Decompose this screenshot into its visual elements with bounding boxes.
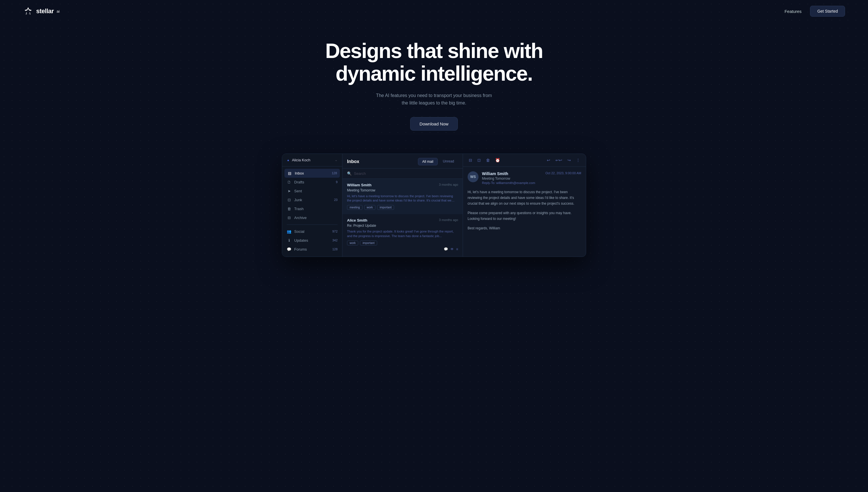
sidebar-label-archive: Archive bbox=[294, 216, 306, 220]
toolbar-left: ⊟ ⊡ 🗑 ⏰ bbox=[468, 157, 501, 164]
detail-body-p2: Please come prepared with any questions … bbox=[468, 210, 581, 222]
mail-preview-0: Hi, let's have a meeting tomorrow to dis… bbox=[347, 194, 458, 203]
updates-icon: ℹ bbox=[287, 238, 291, 243]
detail-content: WS William Smith Meeting Tomorrow Reply-… bbox=[463, 167, 586, 256]
sidebar-item-trash[interactable]: 🗑 Trash bbox=[282, 204, 342, 213]
mail-time-1: 3 months ago bbox=[439, 218, 458, 222]
avatar: WS bbox=[468, 171, 478, 182]
sent-icon: ➤ bbox=[287, 189, 291, 193]
hero-title-line1: Designs that shine with bbox=[325, 39, 543, 62]
mail-panel-title: Inbox bbox=[347, 159, 359, 164]
tag-meeting: meeting bbox=[347, 205, 363, 210]
sidebar-user[interactable]: ▲ Alicia Koch bbox=[287, 158, 310, 162]
drafts-icon: 🗋 bbox=[287, 180, 291, 184]
mail-tags-1: work important bbox=[347, 241, 458, 245]
sidebar-label-forums: Forums bbox=[294, 247, 307, 251]
mail-tags-0: meeting work important bbox=[347, 205, 458, 210]
search-icon: 🔍 bbox=[347, 171, 352, 176]
more-button[interactable]: ⋮ bbox=[575, 157, 581, 164]
logo-text: stellar bbox=[36, 7, 54, 15]
mail-sender-0: William Smith bbox=[347, 183, 371, 187]
tag-work: work bbox=[364, 205, 375, 210]
sidebar-label-sent: Sent bbox=[294, 189, 302, 193]
archive-icon: ⊟ bbox=[287, 216, 291, 220]
archive-button[interactable]: ⊟ bbox=[468, 157, 473, 164]
mail-item-0[interactable]: William Smith 3 months ago Meeting Tomor… bbox=[342, 179, 463, 215]
sidebar-item-sent[interactable]: ➤ Sent bbox=[282, 187, 342, 195]
detail-subject: Meeting Tomorrow bbox=[482, 176, 542, 180]
navbar: stellarai Features Get Started bbox=[0, 0, 868, 22]
app-window: ▲ Alicia Koch ⌄ ▤ Inbox 128 🗋 bbox=[282, 153, 586, 257]
hero-subtitle: The AI features you need to transport yo… bbox=[374, 92, 494, 106]
sidebar-item-junk[interactable]: ⊡ Junk 23 bbox=[282, 195, 342, 204]
sidebar-label-trash: Trash bbox=[294, 207, 304, 211]
hero-section: Designs that shine with dynamic intellig… bbox=[0, 22, 868, 142]
eye-icon-small: 👁 bbox=[450, 247, 454, 251]
logo-sup: ai bbox=[56, 9, 59, 14]
app-mockup: ▲ Alicia Koch ⌄ ▤ Inbox 128 🗋 bbox=[276, 153, 592, 257]
mail-items: William Smith 3 months ago Meeting Tomor… bbox=[342, 179, 463, 256]
mail-item-1[interactable]: Alice Smith 3 months ago Re: Project Upd… bbox=[342, 214, 463, 255]
download-button[interactable]: Download Now bbox=[410, 117, 458, 131]
chevron-down-icon: ⌄ bbox=[335, 158, 338, 162]
sidebar-label-updates: Updates bbox=[294, 238, 308, 243]
detail-header: WS William Smith Meeting Tomorrow Reply-… bbox=[468, 171, 581, 184]
updates-badge: 342 bbox=[332, 239, 338, 242]
sidebar-divider bbox=[287, 224, 338, 225]
inbox-badge: 128 bbox=[332, 171, 337, 175]
detail-body-p1: Hi, let's have a meeting tomorrow to dis… bbox=[468, 189, 581, 207]
delete-button[interactable]: 🗑 bbox=[485, 157, 491, 164]
sidebar-nav: ▤ Inbox 128 🗋 Drafts 9 ➤ bbox=[282, 167, 342, 256]
sidebar-item-social[interactable]: 👥 Social 972 bbox=[282, 227, 342, 236]
logo: stellarai bbox=[23, 6, 60, 16]
sidebar-item-drafts[interactable]: 🗋 Drafts 9 bbox=[282, 178, 342, 187]
nav-right: Features Get Started bbox=[785, 6, 845, 17]
junk-badge: 23 bbox=[334, 198, 338, 201]
sidebar-label-inbox: Inbox bbox=[295, 171, 304, 175]
detail-body-p3: Best regards, William bbox=[468, 225, 581, 231]
sidebar-label-social: Social bbox=[294, 229, 304, 233]
mail-item-actions: 💬 👁 ≡ bbox=[347, 247, 458, 251]
sidebar-item-updates[interactable]: ℹ Updates 342 bbox=[282, 236, 342, 245]
tag-work-1: work bbox=[347, 241, 358, 245]
features-link[interactable]: Features bbox=[785, 9, 801, 14]
search-bar: 🔍 Search bbox=[342, 169, 463, 179]
social-icon: 👥 bbox=[287, 229, 291, 233]
mail-tabs: All mail Unread bbox=[418, 158, 458, 165]
sidebar-label-junk: Junk bbox=[294, 198, 302, 202]
search-input[interactable]: Search bbox=[354, 171, 366, 176]
forums-icon: 💬 bbox=[287, 247, 291, 251]
move-button[interactable]: ⊡ bbox=[476, 157, 482, 164]
get-started-button[interactable]: Get Started bbox=[810, 6, 845, 17]
user-triangle-icon: ▲ bbox=[287, 158, 290, 162]
tab-unread[interactable]: Unread bbox=[439, 158, 458, 165]
forward-button[interactable]: ↪ bbox=[566, 157, 572, 164]
reply-all-button[interactable]: ↩↩ bbox=[554, 157, 564, 164]
inbox-icon: ▤ bbox=[287, 171, 292, 175]
sidebar-item-inbox[interactable]: ▤ Inbox 128 bbox=[284, 169, 340, 178]
reply-icon-small: 💬 bbox=[444, 247, 448, 251]
sidebar-header: ▲ Alicia Koch ⌄ bbox=[282, 154, 342, 167]
mail-list-header: Inbox All mail Unread bbox=[342, 154, 463, 169]
detail-meta: William Smith Meeting Tomorrow Reply-To:… bbox=[482, 171, 542, 184]
sidebar-item-archive[interactable]: ⊟ Archive bbox=[282, 213, 342, 222]
detail-reply-to: Reply-To: williamsmith@example.com bbox=[482, 181, 542, 184]
sidebar-label-drafts: Drafts bbox=[294, 180, 304, 184]
logo-icon bbox=[23, 6, 33, 16]
tag-important-1: important bbox=[360, 241, 377, 245]
reply-button[interactable]: ↩ bbox=[546, 157, 551, 164]
detail-toolbar: ⊟ ⊡ 🗑 ⏰ ↩ ↩↩ ↪ ⋮ bbox=[463, 154, 586, 167]
toolbar-right: ↩ ↩↩ ↪ ⋮ bbox=[546, 157, 581, 164]
mail-subject-1: Re: Project Update bbox=[347, 224, 458, 228]
forums-badge: 128 bbox=[332, 247, 338, 251]
sidebar-username: Alicia Koch bbox=[292, 158, 310, 162]
mail-detail-panel: ⊟ ⊡ 🗑 ⏰ ↩ ↩↩ ↪ ⋮ WS William Smith bbox=[463, 154, 586, 256]
hero-title-line2: dynamic intelligence. bbox=[336, 62, 532, 85]
snooze-button[interactable]: ⏰ bbox=[494, 157, 501, 164]
hero-title: Designs that shine with dynamic intellig… bbox=[305, 40, 563, 85]
tag-important: important bbox=[377, 205, 394, 210]
tab-all-mail[interactable]: All mail bbox=[418, 158, 438, 165]
mail-subject-0: Meeting Tomorrow bbox=[347, 188, 458, 192]
sidebar-item-forums[interactable]: 💬 Forums 128 bbox=[282, 245, 342, 254]
detail-date: Oct 22, 2023, 9:00:00 AM bbox=[545, 171, 581, 175]
